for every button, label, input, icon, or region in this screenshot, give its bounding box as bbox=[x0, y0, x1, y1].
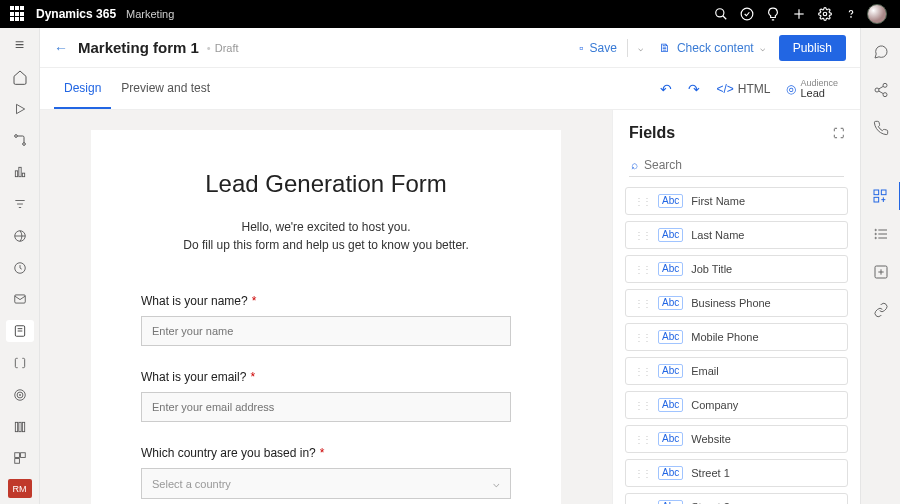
svg-line-35 bbox=[878, 91, 883, 94]
brand-label: Dynamics 365 bbox=[36, 7, 116, 21]
email-input[interactable] bbox=[141, 392, 511, 422]
svg-point-22 bbox=[14, 390, 25, 401]
form-heading: Lead Generation Form bbox=[141, 170, 511, 198]
field-item-label: Street 1 bbox=[691, 467, 730, 479]
library-icon[interactable] bbox=[6, 416, 34, 438]
field-item[interactable]: ⋮⋮AbcJob Title bbox=[625, 255, 848, 283]
search-icon: ⌕ bbox=[631, 158, 638, 172]
check-content-button[interactable]: 🗎 Check content ⌵ bbox=[651, 37, 773, 59]
svg-point-5 bbox=[823, 12, 827, 16]
svg-line-34 bbox=[878, 86, 883, 89]
clock-icon[interactable] bbox=[6, 257, 34, 279]
module-label: Marketing bbox=[126, 8, 174, 20]
home-icon[interactable] bbox=[6, 66, 34, 88]
filter-icon[interactable] bbox=[6, 193, 34, 215]
panel-title: Fields bbox=[629, 124, 675, 142]
field-item[interactable]: ⋮⋮AbcCompany bbox=[625, 391, 848, 419]
grip-icon: ⋮⋮ bbox=[634, 366, 650, 377]
form-icon[interactable] bbox=[6, 320, 34, 342]
menu-toggle-icon[interactable]: ≡ bbox=[6, 34, 34, 56]
search-input[interactable] bbox=[644, 158, 842, 172]
play-icon[interactable] bbox=[6, 98, 34, 120]
text-field-icon: Abc bbox=[658, 500, 683, 504]
mail-icon[interactable] bbox=[6, 289, 34, 311]
link-tab-icon[interactable] bbox=[867, 296, 895, 324]
audience-selector[interactable]: ◎ Audience Lead bbox=[778, 79, 846, 99]
list-tab-icon[interactable] bbox=[867, 220, 895, 248]
phone-icon[interactable] bbox=[867, 114, 895, 142]
text-field-icon: Abc bbox=[658, 262, 683, 276]
svg-line-1 bbox=[723, 16, 727, 20]
form-field: What is your name?* bbox=[141, 294, 511, 346]
redo-button[interactable]: ↷ bbox=[680, 81, 708, 97]
save-dropdown[interactable]: ⌵ bbox=[630, 39, 651, 57]
text-field-icon: Abc bbox=[658, 364, 683, 378]
brackets-icon[interactable] bbox=[6, 352, 34, 374]
lightbulb-icon[interactable] bbox=[760, 0, 786, 28]
avatar[interactable] bbox=[864, 0, 890, 28]
add-tab-icon[interactable] bbox=[867, 258, 895, 286]
analytics-icon[interactable] bbox=[6, 161, 34, 183]
field-item[interactable]: ⋮⋮AbcStreet 1 bbox=[625, 459, 848, 487]
publish-button[interactable]: Publish bbox=[779, 35, 846, 61]
tab-design[interactable]: Design bbox=[54, 68, 111, 109]
grip-icon: ⋮⋮ bbox=[634, 400, 650, 411]
chat-icon[interactable] bbox=[867, 38, 895, 66]
back-button[interactable]: ← bbox=[54, 40, 68, 56]
text-field-icon: Abc bbox=[658, 194, 683, 208]
audience-icon: ◎ bbox=[786, 82, 796, 96]
field-item[interactable]: ⋮⋮AbcWebsite bbox=[625, 425, 848, 453]
field-item[interactable]: ⋮⋮AbcLast Name bbox=[625, 221, 848, 249]
name-input[interactable] bbox=[141, 316, 511, 346]
field-item-label: Website bbox=[691, 433, 731, 445]
target-icon[interactable] bbox=[6, 384, 34, 406]
help-icon[interactable] bbox=[838, 0, 864, 28]
field-item-label: First Name bbox=[691, 195, 745, 207]
field-label: What is your email?* bbox=[141, 370, 511, 384]
save-button[interactable]: ▫ Save bbox=[571, 37, 625, 59]
task-icon[interactable] bbox=[734, 0, 760, 28]
tab-preview[interactable]: Preview and test bbox=[111, 68, 220, 109]
text-field-icon: Abc bbox=[658, 228, 683, 242]
field-item[interactable]: ⋮⋮AbcStreet 2 bbox=[625, 493, 848, 504]
grip-icon: ⋮⋮ bbox=[634, 332, 650, 343]
elements-tab-icon[interactable] bbox=[861, 182, 901, 210]
svg-rect-29 bbox=[20, 453, 25, 458]
field-item-label: Job Title bbox=[691, 263, 732, 275]
field-list: ⋮⋮AbcFirst Name⋮⋮AbcLast Name⋮⋮AbcJob Ti… bbox=[613, 187, 860, 504]
plus-icon[interactable] bbox=[786, 0, 812, 28]
field-item-label: Mobile Phone bbox=[691, 331, 758, 343]
chevron-down-icon: ⌵ bbox=[638, 43, 643, 53]
html-toggle[interactable]: </> HTML bbox=[708, 82, 778, 96]
svg-point-2 bbox=[741, 8, 753, 20]
svg-rect-27 bbox=[22, 422, 24, 431]
area-switcher[interactable]: RM bbox=[8, 479, 32, 498]
save-icon: ▫ bbox=[579, 41, 583, 55]
status-badge: Draft bbox=[207, 42, 239, 54]
field-item[interactable]: ⋮⋮AbcFirst Name bbox=[625, 187, 848, 215]
svg-rect-26 bbox=[18, 422, 20, 431]
form-field: Which country are you based in?* Select … bbox=[141, 446, 511, 499]
field-item-label: Email bbox=[691, 365, 719, 377]
gear-icon[interactable] bbox=[812, 0, 838, 28]
form-canvas-area[interactable]: Lead Generation Form Hello, we're excite… bbox=[40, 110, 612, 504]
svg-point-9 bbox=[22, 143, 25, 146]
app-launcher-icon[interactable] bbox=[10, 6, 26, 22]
country-select[interactable]: Select a country ⌵ bbox=[141, 468, 511, 499]
expand-icon[interactable]: ⛶ bbox=[833, 127, 844, 139]
share-icon[interactable] bbox=[867, 76, 895, 104]
field-search[interactable]: ⌕ bbox=[629, 154, 844, 177]
dashboard-icon[interactable] bbox=[6, 448, 34, 470]
search-icon[interactable] bbox=[708, 0, 734, 28]
code-icon: </> bbox=[716, 82, 733, 96]
document-icon: 🗎 bbox=[659, 41, 671, 55]
svg-rect-10 bbox=[15, 171, 17, 177]
page-title: Marketing form 1 bbox=[78, 39, 199, 56]
field-item[interactable]: ⋮⋮AbcEmail bbox=[625, 357, 848, 385]
field-item[interactable]: ⋮⋮AbcMobile Phone bbox=[625, 323, 848, 351]
field-item[interactable]: ⋮⋮AbcBusiness Phone bbox=[625, 289, 848, 317]
undo-button[interactable]: ↶ bbox=[652, 81, 680, 97]
svg-point-31 bbox=[883, 83, 887, 87]
globe-icon[interactable] bbox=[6, 225, 34, 247]
journey-icon[interactable] bbox=[6, 129, 34, 151]
